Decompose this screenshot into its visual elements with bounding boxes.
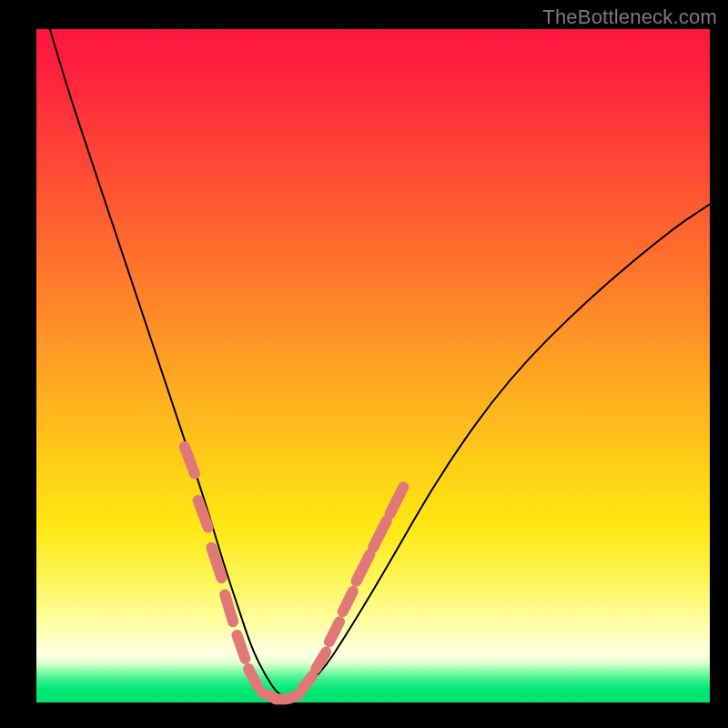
- dash-segment: [373, 521, 387, 548]
- dash-segment: [185, 447, 195, 474]
- dash-segment: [262, 693, 272, 697]
- dash-segment: [329, 622, 339, 642]
- dash-segment: [302, 675, 312, 689]
- watermark-text: TheBottleneck.com: [542, 5, 717, 29]
- plot-area: [36, 29, 710, 703]
- dash-segment: [289, 694, 299, 699]
- dash-segment: [225, 595, 233, 622]
- curve-svg: [36, 29, 710, 703]
- dash-segment: [238, 635, 246, 659]
- dash-segment: [357, 554, 370, 581]
- bottleneck-curve: [50, 29, 710, 696]
- chart-frame: TheBottleneck.com: [0, 0, 728, 728]
- dash-segment: [343, 592, 353, 612]
- dash-segment: [248, 669, 258, 686]
- pink-dash-overlay: [185, 447, 403, 700]
- dash-segment: [390, 487, 404, 514]
